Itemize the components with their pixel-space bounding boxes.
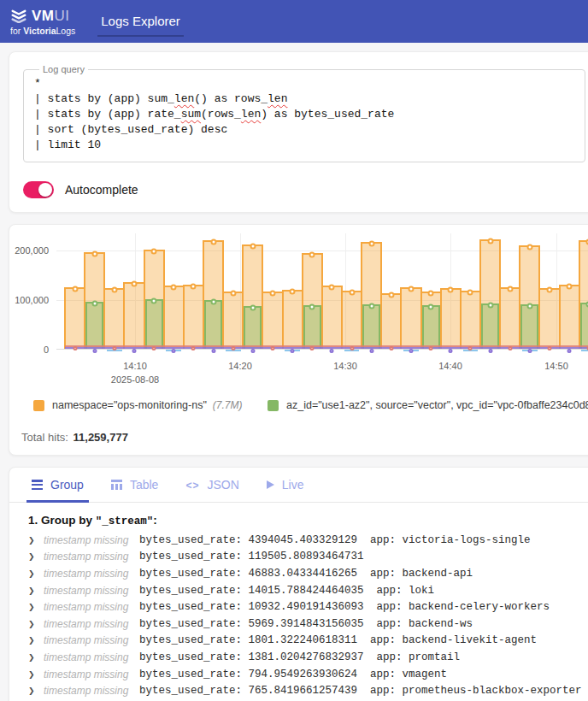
chart-bar[interactable] [262, 233, 282, 349]
chart-bar[interactable] [184, 233, 203, 349]
nav-tab-logs-explorer[interactable]: Logs Explorer [97, 2, 184, 42]
expand-chevron-icon[interactable]: ❯ [28, 552, 37, 561]
row-message: bytes_used_rate: 10932.490191436093 app:… [139, 601, 550, 613]
total-hits: Total hits: 11,259,777 [21, 431, 588, 444]
query-input[interactable]: *| stats by (app) sum_len() as rows_len|… [34, 76, 574, 153]
row-timestamp: timestamp missing [44, 601, 132, 613]
chart-bar[interactable] [362, 233, 381, 349]
minor-series-marker [172, 349, 176, 353]
minor-series-marker [132, 349, 136, 353]
row-message: bytes_used_rate: 4394045.403329129 app: … [139, 534, 531, 546]
y-axis-tick-label: 200,000 [9, 245, 49, 256]
minor-series-marker [231, 346, 235, 350]
autocomplete-label: Autocomplete [65, 183, 138, 197]
chart-bar[interactable] [381, 233, 401, 349]
query-line: | sort (bytes_used_rate) desc [34, 122, 574, 138]
chart-bar[interactable] [223, 233, 243, 349]
chart-bar[interactable] [124, 233, 144, 349]
expand-chevron-icon[interactable]: ❯ [28, 686, 37, 695]
chart-bar[interactable] [104, 233, 124, 349]
query-token: (rows_ [201, 108, 241, 121]
expand-chevron-icon[interactable]: ❯ [28, 569, 37, 578]
row-timestamp: timestamp missing [44, 568, 132, 580]
chart-bar[interactable] [520, 233, 539, 349]
bar-marker [151, 297, 157, 303]
app-logo[interactable]: VMUI for VictoriaLogs [10, 8, 75, 36]
y-axis-tick-label: 0 [9, 345, 49, 355]
bar-chart[interactable]: 2025-08-08 200,000100,000014:1014:2014:3… [9, 233, 588, 392]
log-row[interactable]: ❯timestamp missingbytes_used_rate: 43940… [9, 532, 588, 549]
chart-bar[interactable] [283, 233, 303, 349]
bar-namespace-ops-monitoring [321, 286, 343, 349]
tab-table[interactable]: Table [97, 468, 172, 502]
chart-bar[interactable] [539, 233, 559, 349]
bar-marker [171, 284, 177, 290]
log-row[interactable]: ❯timestamp missingbytes_used_rate: 14015… [9, 582, 588, 599]
x-axis-date: 2025-08-08 [111, 374, 159, 385]
log-row[interactable]: ❯timestamp missingbytes_used_rate: 11950… [9, 549, 588, 566]
chart-bar[interactable] [203, 233, 223, 349]
chart-bar[interactable] [421, 233, 441, 349]
minor-series-marker [310, 346, 315, 350]
minor-series-marker [527, 349, 532, 353]
chart-bar[interactable] [322, 233, 342, 349]
chart-bar[interactable] [243, 233, 262, 349]
chart-bar[interactable] [579, 233, 588, 349]
chart-bar[interactable] [164, 233, 184, 349]
bar-namespace-ops-monitoring [460, 291, 481, 349]
expand-chevron-icon[interactable]: ❯ [28, 653, 37, 662]
legend-item[interactable]: az_id="use1-az2", source="vector", vpc_i… [268, 399, 588, 411]
log-row[interactable]: ❯timestamp missingbytes_used_rate: 10932… [9, 598, 588, 616]
chart-bar[interactable] [461, 233, 480, 349]
bar-namespace-ops-monitoring [64, 287, 85, 349]
bar-marker [567, 283, 573, 289]
chart-bar[interactable] [85, 233, 104, 349]
legend-item[interactable]: namespace="ops-monitoring-ns"(7.7M) [33, 399, 243, 411]
log-row[interactable]: ❯timestamp missingbytes_used_rate: 1801.… [9, 633, 588, 650]
expand-chevron-icon[interactable]: ❯ [28, 586, 37, 595]
legend-label: az_id="use1-az2", source="vector", vpc_i… [286, 399, 588, 411]
bar-marker [210, 298, 216, 304]
chart-bar[interactable] [65, 233, 85, 349]
tab-live[interactable]: Live [253, 468, 318, 502]
log-row[interactable]: ❯timestamp missingbytes_used_rate: 765.8… [9, 682, 588, 699]
chart-bar[interactable] [401, 233, 420, 349]
tab-group[interactable]: Group [18, 468, 97, 502]
chart-bar[interactable] [303, 233, 322, 349]
autocomplete-toggle[interactable] [23, 181, 54, 198]
chart-legend: namespace="ops-monitoring-ns"(7.7M)az_id… [9, 399, 588, 416]
chart-bar[interactable] [144, 233, 164, 349]
chart-bar[interactable] [480, 233, 500, 349]
chart-plot-area[interactable] [56, 233, 588, 350]
chart-bar[interactable] [342, 233, 362, 349]
chart-bar[interactable] [441, 233, 461, 349]
autocomplete-row: Autocomplete [23, 181, 585, 198]
log-row[interactable]: ❯timestamp missingbytes_used_rate: 46883… [9, 565, 588, 582]
expand-chevron-icon[interactable]: ❯ [28, 670, 37, 679]
query-token: | sort (bytes_used_rate) desc [34, 123, 227, 136]
row-message: bytes_used_rate: 46883.04334416265 app: … [139, 568, 473, 580]
log-query-fieldset: Log query *| stats by (app) sum_len() as… [23, 64, 585, 162]
minor-series-marker [369, 349, 373, 353]
expand-chevron-icon[interactable]: ❯ [28, 636, 37, 645]
minor-series-marker [291, 349, 295, 353]
expand-chevron-icon[interactable]: ❯ [28, 603, 37, 611]
bar-marker [368, 303, 374, 309]
query-token: sum [181, 108, 201, 121]
expand-chevron-icon[interactable]: ❯ [28, 536, 37, 545]
bar-namespace-ops-monitoring [282, 290, 303, 349]
log-row[interactable]: ❯timestamp missingbytes_used_rate: 794.9… [9, 666, 588, 683]
log-row[interactable]: ❯timestamp missingbytes_used_rate: 5969.… [9, 616, 588, 633]
query-panel: Log query *| stats by (app) sum_len() as… [9, 51, 588, 213]
row-message: bytes_used_rate: 1381.0204276832937 app:… [139, 651, 460, 663]
minor-series-marker [211, 349, 215, 353]
bar-az-use1-az2 [422, 305, 440, 349]
bar-namespace-ops-monitoring [222, 292, 244, 349]
log-row[interactable]: ❯timestamp missingbytes_used_rate: 1381.… [9, 649, 588, 666]
chart-bar[interactable] [560, 233, 579, 349]
bar-marker [467, 289, 473, 295]
tab-json[interactable]: JSON [172, 468, 252, 502]
chart-bar[interactable] [500, 233, 520, 349]
expand-chevron-icon[interactable]: ❯ [28, 620, 37, 628]
row-timestamp: timestamp missing [44, 669, 132, 680]
